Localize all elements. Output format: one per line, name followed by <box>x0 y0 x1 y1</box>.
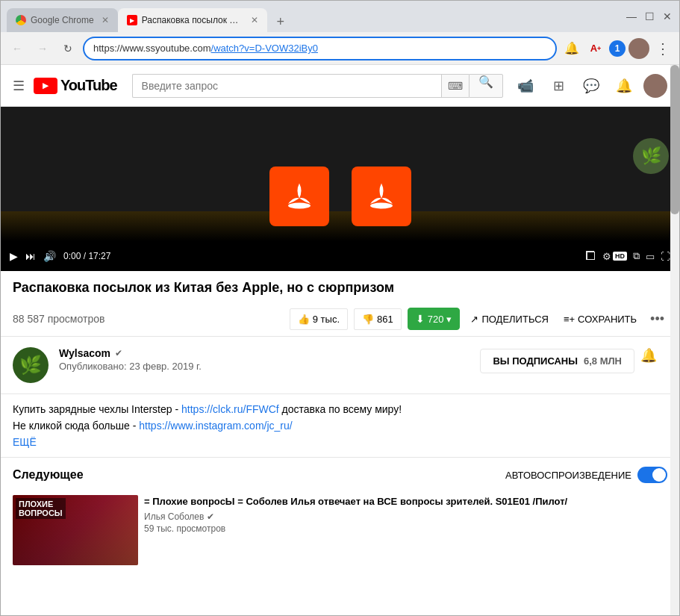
messages-icon[interactable]: 💬 <box>578 72 605 99</box>
next-video-thumbnail: ПЛОХИЕВОПРОСЫ <box>13 495 138 565</box>
download-dropdown-icon[interactable]: ▾ <box>446 314 452 325</box>
user-avatar[interactable] <box>643 74 667 98</box>
search-button[interactable]: 🔍 <box>469 74 503 98</box>
autoplay-toggle[interactable] <box>637 467 667 483</box>
fullscreen-button[interactable]: ⛶ <box>661 251 670 262</box>
minimize-button[interactable]: — <box>626 10 637 22</box>
dislike-button[interactable]: 👎 861 <box>354 308 402 330</box>
subscribe-button[interactable]: ВЫ ПОДПИСАНЫ 6,8 МЛН <box>480 349 634 373</box>
page-content: ☰ ▶ YouTube ⌨ 🔍 📹 ⊞ 💬 🔔 <box>1 65 679 615</box>
miniplayer-button[interactable]: ⧉ <box>633 250 640 262</box>
keyboard-button[interactable]: ⌨ <box>441 74 469 98</box>
upload-icon[interactable]: 📹 <box>512 72 539 99</box>
download-button[interactable]: ⬇ 720 ▾ <box>408 308 461 330</box>
tab-yt-label: Распаковка посылок из Китая б... <box>142 15 243 25</box>
save-icon: ≡+ <box>564 314 575 325</box>
dislike-count: 861 <box>377 314 393 325</box>
url-text: https://www.ssyoutube.com/watch?v=D-VOW3… <box>93 43 318 54</box>
close-button[interactable]: ✕ <box>661 10 673 22</box>
video-thumbnail: 🌿 <box>1 107 679 241</box>
video-container[interactable]: 🌿 ▶ ⏭ 🔊 0:00 / 17:27 ⧠ ⚙ HD <box>1 107 679 271</box>
profile-avatar[interactable] <box>628 38 649 59</box>
desc-line1: Купить зарядные чехлы Interstep - https:… <box>13 403 667 415</box>
svg-point-1 <box>370 203 393 209</box>
ali-icon-left <box>269 167 329 226</box>
share-label: ПОДЕЛИТЬСЯ <box>481 314 548 325</box>
subscribe-bell-icon[interactable]: 🔔 <box>640 347 667 374</box>
forward-button[interactable]: → <box>32 38 53 59</box>
search-input[interactable] <box>132 74 441 98</box>
desc-line1-link[interactable]: https://clck.ru/FFWCf <box>181 403 279 415</box>
play-button[interactable]: ▶ <box>10 250 18 262</box>
theater-button[interactable]: ▭ <box>646 251 655 262</box>
next-video-label: ПЛОХИЕВОПРОСЫ <box>16 498 66 519</box>
title-bar: Google Chrome ✕ ▶ Распаковка посылок из … <box>1 1 679 32</box>
right-controls: ⧠ ⚙ HD ⧉ ▭ ⛶ <box>584 249 670 263</box>
new-tab-button[interactable]: + <box>270 11 291 32</box>
window-controls: — ☐ ✕ <box>626 10 673 22</box>
address-bar[interactable]: https://www.ssyoutube.com/watch?v=D-VOW3… <box>83 37 557 60</box>
autoplay-label: АВТОВОСПРОИЗВЕДЕНИЕ <box>505 470 631 481</box>
youtube-header: ☰ ▶ YouTube ⌨ 🔍 📹 ⊞ 💬 🔔 <box>1 65 679 107</box>
hamburger-menu[interactable]: ☰ <box>13 78 25 94</box>
tab-google-chrome[interactable]: Google Chrome ✕ <box>7 8 118 32</box>
extensions-icon[interactable]: A+ <box>585 38 606 59</box>
browser-window: Google Chrome ✕ ▶ Распаковка посылок из … <box>0 0 680 616</box>
quality-button[interactable]: ⚙ HD <box>602 251 627 262</box>
youtube-logo[interactable]: ▶ YouTube <box>34 77 117 94</box>
like-count: 9 тыс. <box>313 314 340 325</box>
sub-label: ВЫ ПОДПИСАНЫ <box>493 355 578 367</box>
tab-yt-close[interactable]: ✕ <box>251 15 258 25</box>
subtitles-button[interactable]: ⧠ <box>584 249 596 263</box>
next-channel-verified: ✔ <box>207 511 214 522</box>
subscribe-area: ВЫ ПОДПИСАНЫ 6,8 МЛН 🔔 <box>480 347 667 374</box>
next-button[interactable]: ⏭ <box>25 250 36 262</box>
desc-line2-link[interactable]: https://www.instagram.com/jc_ru/ <box>139 420 292 432</box>
bell-header-icon[interactable]: 🔔 <box>611 72 637 99</box>
ali-icon-right <box>352 167 411 226</box>
profile-ext-icon[interactable]: 1 <box>609 40 626 57</box>
channel-name-row: Wylsacom ✔ <box>59 347 470 359</box>
channel-name[interactable]: Wylsacom <box>59 347 110 359</box>
more-button[interactable]: ••• <box>647 311 667 327</box>
hd-badge: HD <box>613 252 627 261</box>
share-icon: ↗ <box>470 314 478 325</box>
tab-chrome-label: Google Chrome <box>31 15 94 25</box>
header-icons: 📹 ⊞ 💬 🔔 <box>512 72 667 99</box>
youtube-favicon: ▶ <box>127 15 137 25</box>
save-button[interactable]: ≡+ СОХРАНИТЬ <box>559 309 641 329</box>
share-button[interactable]: ↗ ПОДЕЛИТЬСЯ <box>466 309 552 329</box>
video-black-area: 🌿 <box>1 107 679 211</box>
show-more-button[interactable]: ЕЩЁ <box>13 436 667 448</box>
tab-youtube[interactable]: ▶ Распаковка посылок из Китая б... ✕ <box>118 8 267 32</box>
next-section-label: Следующее <box>13 468 84 482</box>
video-title: Распаковка посылок из Китая без Apple, н… <box>13 280 667 296</box>
autoplay-area: АВТОВОСПРОИЗВЕДЕНИЕ <box>505 467 667 483</box>
menu-button[interactable]: ⋮ <box>652 38 673 59</box>
video-controls: ▶ ⏭ 🔊 0:00 / 17:27 ⧠ ⚙ HD ⧉ ▭ <box>1 241 679 271</box>
refresh-button[interactable]: ↻ <box>57 38 78 59</box>
scrollbar[interactable] <box>670 65 679 615</box>
like-icon: 👍 <box>298 314 310 325</box>
browser-toolbar: ← → ↻ https://www.ssyoutube.com/watch?v=… <box>1 32 679 65</box>
save-label: СОХРАНИТЬ <box>578 314 637 325</box>
next-video-item[interactable]: ПЛОХИЕВОПРОСЫ = Плохие вопросЫ = Соболев… <box>1 489 679 571</box>
apps-icon[interactable]: ⊞ <box>545 72 572 99</box>
volume-button[interactable]: 🔊 <box>43 250 56 262</box>
maximize-button[interactable]: ☐ <box>643 10 655 22</box>
toggle-knob <box>652 468 666 482</box>
svg-point-0 <box>288 203 311 209</box>
channel-avatar[interactable]: 🌿 <box>13 347 49 383</box>
tab-chrome-close[interactable]: ✕ <box>102 15 109 25</box>
notifications-icon[interactable]: 🔔 <box>561 38 582 59</box>
next-channel-name: Илья Соболев <box>144 511 204 522</box>
like-button[interactable]: 👍 9 тыс. <box>290 308 348 330</box>
url-prefix: https://www.ssyoutube.com <box>93 43 211 54</box>
scrollbar-thumb[interactable] <box>670 65 679 214</box>
current-time: 0:00 <box>63 251 81 261</box>
total-time: 17:27 <box>88 251 110 261</box>
back-button[interactable]: ← <box>7 38 28 59</box>
chrome-favicon <box>16 15 26 25</box>
next-video-meta: = Плохие вопросЫ = Соболев Илья отвечает… <box>144 495 667 565</box>
verified-icon: ✔ <box>115 348 122 358</box>
